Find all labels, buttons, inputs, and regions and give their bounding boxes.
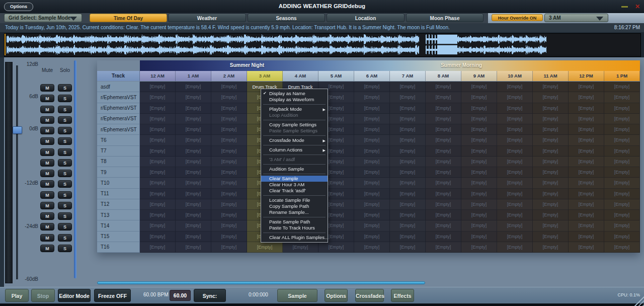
grid-cell-empty[interactable]: [Empty]	[461, 178, 497, 188]
waveform-canvas[interactable]	[5, 34, 639, 55]
grid-cell-empty[interactable]: [Empty]	[176, 220, 211, 231]
grid-cell-empty[interactable]: [Empty]	[533, 103, 569, 114]
grid-cell-empty[interactable]: [Empty]	[569, 232, 604, 242]
solo-button[interactable]: S	[58, 137, 72, 145]
grid-cell-empty[interactable]: [Empty]	[461, 242, 497, 253]
grid-cell-empty[interactable]: [Empty]	[426, 232, 461, 242]
grid-cell-empty[interactable]: [Empty]	[211, 232, 247, 242]
grid-cell-empty[interactable]: [Empty]	[497, 135, 533, 145]
grid-cell-empty[interactable]: [Empty]	[461, 220, 497, 231]
grid-cell-empty[interactable]: [Empty]	[497, 189, 533, 199]
column-header[interactable]: 6 AM	[354, 71, 390, 81]
minimize-icon[interactable]	[621, 6, 628, 8]
solo-button[interactable]: S	[58, 95, 72, 102]
grid-cell-empty[interactable]: [Empty]	[604, 157, 640, 167]
grid-cell-empty[interactable]: [Empty]	[426, 135, 461, 145]
grid-cell-empty[interactable]: [Empty]	[533, 199, 569, 210]
grid-cell-empty[interactable]: [Empty]	[461, 210, 497, 220]
grid-cell-empty[interactable]: [Empty]	[569, 135, 604, 145]
grid-cell-empty[interactable]: [Empty]	[176, 178, 211, 188]
grid-cell-empty[interactable]: [Empty]	[390, 199, 426, 210]
mute-button[interactable]: M	[40, 234, 54, 242]
column-header[interactable]: 9 AM	[461, 71, 497, 81]
sample-browser-button[interactable]: Sample Browser	[277, 289, 317, 302]
grid-cell-empty[interactable]: [Empty]	[176, 114, 211, 124]
grid-cell-empty[interactable]: [Empty]	[354, 167, 390, 178]
transport-options-button[interactable]: Options	[325, 289, 348, 302]
mute-button[interactable]: M	[40, 180, 54, 188]
solo-button[interactable]: S	[58, 223, 72, 231]
grid-cell-empty[interactable]: [Empty]	[140, 210, 176, 220]
grid-cell-empty[interactable]: [Empty]	[461, 135, 497, 145]
grid-cell-empty[interactable]: [Empty]	[497, 157, 533, 167]
grid-cell-empty[interactable]: [Empty]	[497, 146, 533, 157]
grid-cell-empty[interactable]: [Empty]	[390, 242, 426, 253]
grid-cell-empty[interactable]: [Empty]	[604, 103, 640, 114]
grid-cell-empty[interactable]: [Empty]	[497, 92, 533, 103]
grid-cell-empty[interactable]: [Empty]	[140, 146, 176, 157]
grid-cell-empty[interactable]: [Empty]	[426, 199, 461, 210]
menu-item[interactable]: Rename Sample...	[261, 209, 328, 215]
grid-cell-empty[interactable]: [Empty]	[390, 189, 426, 199]
grid-cell-empty[interactable]: [Empty]	[604, 92, 640, 103]
grid-cell-empty[interactable]: [Empty]	[604, 82, 640, 92]
grid-cell-empty[interactable]: [Empty]	[140, 92, 176, 103]
solo-button[interactable]: S	[58, 191, 72, 199]
column-header[interactable]: 5 AM	[318, 71, 354, 81]
grid-cell-empty[interactable]: [Empty]	[176, 232, 211, 242]
grid-cell-empty[interactable]: [Empty]	[426, 124, 461, 135]
grid-cell-empty[interactable]: [Empty]	[426, 242, 461, 253]
grid-cell-empty[interactable]: [Empty]	[533, 157, 569, 167]
grid-cell-empty[interactable]: [Empty]	[461, 103, 497, 114]
tab-time-of-day[interactable]: Time Of Day	[90, 14, 167, 22]
grid-cell-empty[interactable]: [Empty]	[569, 114, 604, 124]
grid-cell-empty[interactable]: [Empty]	[426, 210, 461, 220]
grid-cell-empty[interactable]: [Empty]	[140, 114, 176, 124]
grid-cell-empty[interactable]: [Empty]	[390, 178, 426, 188]
grid-cell-empty[interactable]: [Empty]	[497, 124, 533, 135]
grid-cell-empty[interactable]: [Empty]	[569, 178, 604, 188]
tab-moon-phase[interactable]: Moon Phase	[406, 14, 484, 22]
grid-cell-empty[interactable]: [Empty]	[354, 103, 390, 114]
mute-button[interactable]: M	[40, 159, 54, 167]
mute-button[interactable]: M	[40, 148, 54, 156]
close-icon[interactable]: ✕	[635, 3, 640, 10]
grid-cell-empty[interactable]: [Empty]	[604, 167, 640, 178]
grid-cell-empty[interactable]: [Empty]	[497, 232, 533, 242]
grid-cell-empty[interactable]: [Empty]	[176, 124, 211, 135]
grid-cell-empty[interactable]: [Empty]	[140, 220, 176, 231]
grid-cell-empty[interactable]: [Empty]	[569, 124, 604, 135]
grid-cell-empty[interactable]: [Empty]	[604, 220, 640, 231]
grid-cell-empty[interactable]: [Empty]	[461, 189, 497, 199]
column-header[interactable]: 2 AM	[211, 71, 247, 81]
grid-cell-empty[interactable]: [Empty]	[461, 167, 497, 178]
mute-button[interactable]: M	[40, 106, 54, 113]
menu-item[interactable]: Clear ALL Plugin Samples...	[261, 235, 328, 241]
grid-cell-empty[interactable]: [Empty]	[461, 82, 497, 92]
grid-cell-empty[interactable]: [Empty]	[140, 82, 176, 92]
grid-cell-empty[interactable]: [Empty]	[211, 199, 247, 210]
grid-cell-empty[interactable]: [Empty]	[354, 242, 390, 253]
sync-button[interactable]: Sync: Internal	[194, 289, 226, 302]
hour-override-button[interactable]: Hour Override ON	[492, 14, 543, 21]
solo-button[interactable]: S	[58, 106, 72, 113]
grid-cell-empty[interactable]: [Empty]	[533, 82, 569, 92]
tab-seasons[interactable]: Seasons	[248, 14, 325, 22]
track-label[interactable]: T14	[97, 220, 140, 231]
grid-cell-empty[interactable]: [Empty]	[354, 82, 390, 92]
grid-cell-empty[interactable]: [Empty]	[211, 178, 247, 188]
grid-cell-empty[interactable]: [Empty]	[211, 82, 247, 92]
menu-item[interactable]: Column Actions▶	[261, 147, 328, 153]
grid-cell-empty[interactable]: [Empty]	[461, 157, 497, 167]
column-header[interactable]: 11 AM	[533, 71, 569, 81]
grid-select-dropdown[interactable]: Grid Select: Sample Mode	[4, 14, 82, 22]
grid-cell-empty[interactable]: [Empty]	[569, 157, 604, 167]
grid-cell-empty[interactable]: [Empty]	[140, 178, 176, 188]
grid-cell-empty[interactable]: [Empty]	[533, 189, 569, 199]
grid-cell-empty[interactable]: [Empty]	[247, 242, 283, 253]
grid-cell-empty[interactable]: [Empty]	[354, 178, 390, 188]
grid-cell-empty[interactable]: [Empty]	[211, 92, 247, 103]
grid-cell-empty[interactable]: [Empty]	[461, 92, 497, 103]
grid-cell-empty[interactable]: [Empty]	[533, 146, 569, 157]
grid-cell-empty[interactable]: [Empty]	[604, 146, 640, 157]
